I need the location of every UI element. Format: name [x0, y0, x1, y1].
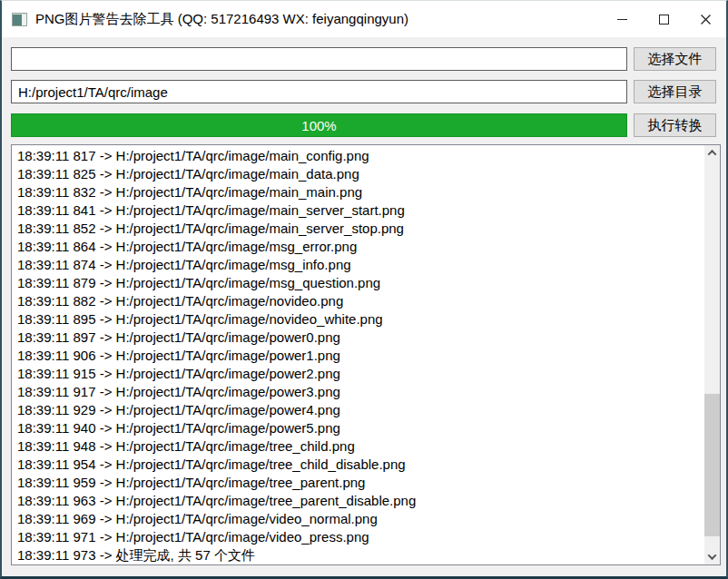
log-line: 18:39:11 954 -> H:/project1/TA/qrc/image… [17, 456, 701, 474]
chevron-down-icon [708, 551, 717, 560]
log-output[interactable]: 18:39:11 817 -> H:/project1/TA/qrc/image… [11, 144, 721, 565]
log-line: 18:39:11 971 -> H:/project1/TA/qrc/image… [17, 528, 701, 546]
titlebar: PNG图片警告去除工具 (QQ: 517216493 WX: feiyangqi… [2, 1, 726, 37]
log-line: 18:39:11 929 -> H:/project1/TA/qrc/image… [17, 401, 701, 419]
close-icon [700, 14, 712, 25]
maximize-button[interactable] [643, 1, 684, 37]
log-line: 18:39:11 906 -> H:/project1/TA/qrc/image… [17, 347, 701, 365]
minimize-icon [617, 19, 627, 20]
select-directory-button[interactable]: 选择目录 [634, 80, 716, 103]
log-line: 18:39:11 897 -> H:/project1/TA/qrc/image… [17, 329, 701, 347]
log-line: 18:39:11 973 -> 处理完成, 共 57 个文件 [17, 546, 701, 564]
scroll-down-button[interactable] [704, 549, 720, 564]
log-line: 18:39:11 879 -> H:/project1/TA/qrc/image… [17, 274, 701, 292]
log-line: 18:39:11 915 -> H:/project1/TA/qrc/image… [17, 365, 701, 383]
log-line: 18:39:11 959 -> H:/project1/TA/qrc/image… [17, 474, 701, 492]
scrollbar-thumb[interactable] [704, 394, 720, 536]
log-line: 18:39:11 969 -> H:/project1/TA/qrc/image… [17, 510, 701, 528]
log-line: 18:39:11 940 -> H:/project1/TA/qrc/image… [17, 419, 701, 437]
directory-input[interactable] [11, 80, 627, 103]
log-line: 18:39:11 852 -> H:/project1/TA/qrc/image… [17, 220, 701, 238]
app-icon [12, 13, 27, 26]
log-line: 18:39:11 917 -> H:/project1/TA/qrc/image… [17, 383, 701, 401]
log-line: 18:39:11 825 -> H:/project1/TA/qrc/image… [17, 165, 701, 183]
log-line: 18:39:11 882 -> H:/project1/TA/qrc/image… [17, 292, 701, 310]
progress-label: 100% [12, 114, 626, 136]
chevron-up-icon [708, 150, 717, 159]
log-scrollbar[interactable] [704, 145, 720, 564]
window-title: PNG图片警告去除工具 (QQ: 517216493 WX: feiyangqi… [35, 11, 408, 28]
execute-convert-button[interactable]: 执行转换 [634, 113, 716, 137]
log-line: 18:39:11 817 -> H:/project1/TA/qrc/image… [17, 147, 701, 165]
app-window: PNG图片警告去除工具 (QQ: 517216493 WX: feiyangqi… [0, 0, 728, 579]
log-line: 18:39:11 874 -> H:/project1/TA/qrc/image… [17, 256, 701, 274]
scroll-up-button[interactable] [704, 145, 720, 161]
log-lines: 18:39:11 817 -> H:/project1/TA/qrc/image… [12, 145, 704, 564]
log-line: 18:39:11 832 -> H:/project1/TA/qrc/image… [17, 183, 701, 201]
close-button[interactable] [684, 1, 726, 37]
log-line: 18:39:11 841 -> H:/project1/TA/qrc/image… [17, 201, 701, 220]
select-file-button[interactable]: 选择文件 [634, 47, 716, 71]
log-line: 18:39:11 948 -> H:/project1/TA/qrc/image… [17, 437, 701, 456]
log-line: 18:39:11 864 -> H:/project1/TA/qrc/image… [17, 238, 701, 256]
progress-bar: 100% [11, 113, 627, 137]
log-line: 18:39:11 895 -> H:/project1/TA/qrc/image… [17, 310, 701, 329]
window-controls [601, 1, 726, 37]
log-line: 18:39:11 963 -> H:/project1/TA/qrc/image… [17, 492, 701, 510]
file-input[interactable] [11, 47, 627, 71]
maximize-icon [659, 15, 669, 25]
minimize-button[interactable] [601, 1, 643, 37]
